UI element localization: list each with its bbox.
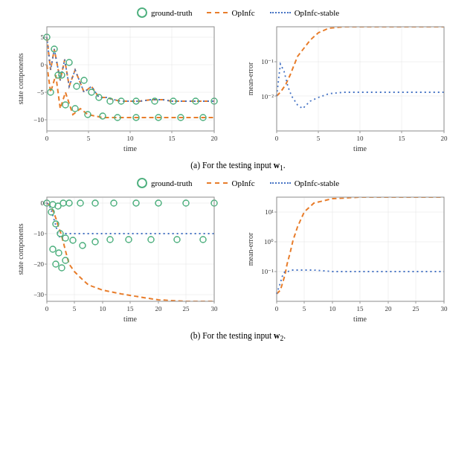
legend-b-dashed-icon [207, 182, 228, 184]
xlabel-a-right: time [353, 144, 367, 153]
legend-b-dotted-icon [270, 182, 291, 184]
xtick-b-0: 0 [45, 305, 48, 312]
xtick-15: 15 [168, 135, 176, 142]
charts-row-a: 5 0 −5 −10 0 5 10 15 20 [11, 21, 465, 158]
legend-b-opinfc-label: OpInfc [231, 179, 254, 187]
xtick-b-5: 5 [72, 305, 76, 312]
svg-rect-62 [277, 197, 444, 301]
svg-rect-20 [277, 27, 444, 131]
legend-dotted-icon [270, 12, 291, 13]
xtick-br-5: 5 [302, 305, 306, 312]
xtick-5: 5 [86, 135, 90, 142]
ytick-b-1e-1: 10⁻¹ [261, 268, 274, 275]
right-chart-a-svg: 10⁻¹ 10⁻² 0 5 10 15 20 [245, 21, 461, 158]
ylabel-b-left: state components [16, 224, 25, 275]
svg-rect-37 [47, 197, 214, 301]
caption-a-sub: 1 [280, 164, 283, 172]
legend-b-item-opinfc-stable: OpInfc-stable [270, 179, 339, 187]
xlabel-a-left: time [123, 144, 137, 153]
xtick-b-25: 25 [182, 305, 190, 312]
xlabel-b-left: time [123, 315, 137, 323]
legend-groundtruth-label: ground-truth [151, 8, 193, 17]
right-chart-a: 10⁻¹ 10⁻² 0 5 10 15 20 [241, 21, 465, 158]
legend-a: ground-truth OpInfc OpInfc-stable [11, 7, 465, 18]
caption-a-bold: w [274, 161, 280, 170]
ytick-0: 0 [40, 61, 44, 68]
legend-item-opinfc: OpInfc [207, 8, 254, 17]
legend-item-opinfc-stable: OpInfc-stable [270, 8, 339, 17]
ylabel-b-right: mean-error [246, 232, 254, 266]
xtick-r-15: 15 [398, 135, 405, 142]
xtick-b-15: 15 [126, 305, 134, 312]
legend-b: ground-truth OpInfc OpInfc-stable [11, 178, 465, 188]
ytick-1e-1: 10⁻¹ [261, 58, 274, 65]
legend-b-groundtruth-label: ground-truth [151, 179, 193, 187]
charts-row-b: 0 −10 −20 −30 0 5 10 15 20 25 30 [11, 191, 465, 329]
ytick-b-1e1: 10¹ [265, 208, 274, 216]
ytick-b-1e0: 10⁰ [264, 238, 274, 246]
xtick-20: 20 [210, 135, 218, 142]
legend-b-item-opinfc: OpInfc [207, 179, 254, 187]
left-chart-a-svg: 5 0 −5 −10 0 5 10 15 20 [16, 21, 231, 158]
xtick-0: 0 [45, 135, 48, 142]
ytick-1e-2: 10⁻² [261, 93, 274, 100]
xtick-b-10: 10 [99, 305, 106, 312]
xtick-br-30: 30 [440, 305, 448, 312]
ylabel-a-left: state components [16, 53, 25, 104]
ytick-5: 5 [40, 33, 44, 41]
legend-b-item-groundtruth: ground-truth [137, 178, 193, 188]
caption-b-text: (b) For the testing input w2. [190, 331, 286, 340]
caption-b-sub: 2 [280, 335, 283, 343]
xtick-b-20: 20 [155, 305, 162, 312]
ytick-10neg: −10 [33, 116, 44, 124]
xtick-br-10: 10 [329, 305, 336, 312]
legend-opinfc-stable-label: OpInfc-stable [295, 8, 339, 17]
ytick-b-30: −30 [33, 291, 44, 298]
right-chart-b-svg: 10¹ 10⁰ 10⁻¹ 0 5 10 15 20 25 30 [245, 191, 461, 329]
caption-b: (b) For the testing input w2. [11, 331, 465, 342]
figure-a: ground-truth OpInfc OpInfc-stable [11, 7, 465, 176]
legend-opinfc-label: OpInfc [231, 8, 254, 17]
xtick-r-20: 20 [440, 135, 448, 142]
xtick-10: 10 [126, 135, 134, 142]
xtick-br-20: 20 [385, 305, 392, 312]
legend-b-opinfc-stable-label: OpInfc-stable [295, 179, 339, 187]
xtick-r-10: 10 [356, 135, 364, 142]
legend-item-groundtruth: ground-truth [137, 7, 193, 18]
caption-a-text: (a) For the testing input w1. [190, 161, 285, 170]
legend-b-circle-icon [137, 178, 147, 188]
xtick-r-0: 0 [274, 135, 278, 142]
left-chart-a: 5 0 −5 −10 0 5 10 15 20 [11, 21, 235, 158]
caption-a: (a) For the testing input w1. [11, 161, 465, 172]
left-chart-b: 0 −10 −20 −30 0 5 10 15 20 25 30 [11, 191, 235, 329]
ytick-b-10: −10 [33, 230, 44, 237]
xlabel-b-right: time [353, 315, 367, 323]
legend-dashed-icon [207, 12, 228, 13]
left-chart-b-svg: 0 −10 −20 −30 0 5 10 15 20 25 30 [16, 191, 231, 329]
ytick-5neg: −5 [36, 89, 44, 96]
xtick-br-25: 25 [412, 305, 419, 312]
xtick-b-30: 30 [210, 305, 218, 312]
xtick-r-5: 5 [316, 135, 320, 142]
xtick-br-15: 15 [356, 305, 364, 312]
figure-b: ground-truth OpInfc OpInfc-stable [11, 178, 465, 347]
ytick-b-20: −20 [33, 260, 44, 268]
right-chart-b: 10¹ 10⁰ 10⁻¹ 0 5 10 15 20 25 30 [241, 191, 465, 329]
ylabel-a-right: mean-error [246, 62, 254, 95]
legend-circle-icon [137, 7, 147, 18]
xtick-br-0: 0 [274, 305, 278, 312]
ytick-b-0: 0 [40, 199, 44, 207]
